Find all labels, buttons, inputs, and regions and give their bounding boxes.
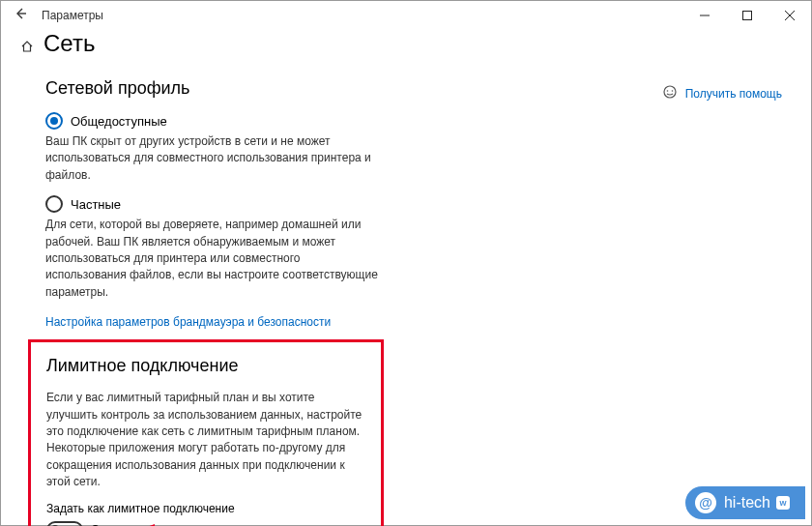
maximize-button[interactable] xyxy=(726,1,768,30)
svg-point-5 xyxy=(664,86,676,98)
watermark-badge: @ hi-tech w xyxy=(685,486,805,519)
vk-icon: w xyxy=(776,496,790,510)
metered-heading: Лимитное подключение xyxy=(46,356,365,376)
help-icon xyxy=(662,84,678,102)
svg-point-7 xyxy=(671,90,673,92)
watermark-text: hi-tech xyxy=(724,494,770,511)
close-button[interactable] xyxy=(768,1,811,30)
radio-icon-checked xyxy=(45,112,63,130)
metered-toggle[interactable] xyxy=(46,521,83,526)
network-profile-heading: Сетевой профиль xyxy=(45,78,600,99)
svg-rect-2 xyxy=(743,12,752,20)
svg-point-6 xyxy=(666,90,668,92)
radio-public[interactable]: Общедоступные xyxy=(45,112,600,130)
help-link-label: Получить помощь xyxy=(685,87,782,101)
home-icon[interactable] xyxy=(20,40,34,57)
metered-toggle-label: Задать как лимитное подключение xyxy=(46,502,365,515)
firewall-settings-link[interactable]: Настройка параметров брандмауэра и безоп… xyxy=(45,315,331,329)
window-title: Параметры xyxy=(42,9,103,22)
radio-private-label: Частные xyxy=(71,197,121,212)
radio-public-desc: Ваш ПК скрыт от других устройств в сети … xyxy=(45,133,384,184)
radio-icon-unchecked xyxy=(45,195,63,213)
back-icon[interactable] xyxy=(13,6,28,26)
metered-desc1: Если у вас лимитный тарифный план и вы х… xyxy=(46,390,365,490)
metered-connection-highlight: Лимитное подключение Если у вас лимитный… xyxy=(28,339,384,526)
get-help-link[interactable]: Получить помощь xyxy=(662,84,782,102)
minimize-button[interactable] xyxy=(683,1,726,30)
at-icon: @ xyxy=(695,492,716,513)
radio-private-desc: Для сети, которой вы доверяете, например… xyxy=(45,217,384,301)
radio-public-label: Общедоступные xyxy=(71,114,167,129)
page-title: Сеть xyxy=(44,30,95,57)
radio-private[interactable]: Частные xyxy=(45,195,600,213)
